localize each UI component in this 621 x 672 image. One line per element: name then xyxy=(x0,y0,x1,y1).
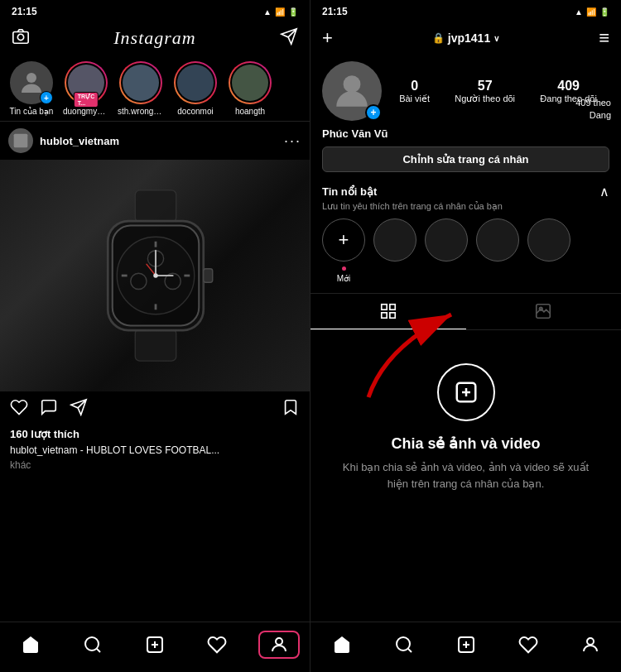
empty-subtitle: Khi bạn chia sẻ ảnh và video, ảnh và vid… xyxy=(335,459,596,492)
svg-rect-20 xyxy=(203,269,212,283)
profile-username: jvp1411 xyxy=(448,31,490,45)
profile-avatar-add[interactable]: + xyxy=(365,104,382,121)
profile-display-name: Phúc Văn Vũ xyxy=(310,127,621,146)
tab-tagged[interactable] xyxy=(466,294,622,329)
like-icon[interactable] xyxy=(10,398,28,421)
right-panel: 21:15 ▲ 📶 🔋 + 🔒 jvp1411 ∨ ≡ + 0 Bài viết xyxy=(310,0,621,672)
highlights-collapse-icon[interactable]: ∧ xyxy=(599,184,609,199)
left-status-icons: ▲ 📶 🔋 xyxy=(263,7,298,17)
right-nav-search[interactable] xyxy=(383,631,425,659)
svg-point-27 xyxy=(344,75,361,93)
post-actions xyxy=(0,391,310,428)
svg-rect-31 xyxy=(390,313,395,318)
left-bottom-nav xyxy=(0,622,310,672)
nav-add[interactable] xyxy=(134,631,176,659)
post-actions-left xyxy=(10,398,88,421)
post-username: hublot_vietnam xyxy=(40,135,119,147)
story-item-2[interactable]: TRỰC T... duongmydien xyxy=(63,61,109,116)
right-signal-icon: ▲ xyxy=(575,7,583,17)
camera-icon[interactable] xyxy=(12,27,30,50)
nav-heart[interactable] xyxy=(196,631,238,659)
right-add-icon[interactable]: + xyxy=(322,27,333,49)
svg-line-39 xyxy=(407,649,411,652)
stat-following-label: Đang theo dõi xyxy=(540,94,597,103)
post-avatar xyxy=(8,128,33,153)
highlights-row: + Mới xyxy=(322,218,609,290)
battery-icon: 🔋 xyxy=(288,7,298,17)
right-nav-add[interactable] xyxy=(445,631,487,659)
edit-profile-button[interactable]: Chỉnh sửa trang cá nhân xyxy=(322,146,609,172)
stories-row: + Tin của bạn TRỰC T... duongmydien xyxy=(0,56,310,121)
highlight-add-circle: + xyxy=(322,218,365,262)
right-wifi-icon: 📶 xyxy=(586,7,596,17)
story-item-5[interactable]: hoangth xyxy=(227,61,273,116)
svg-rect-3 xyxy=(14,134,28,148)
nav-profile[interactable] xyxy=(258,631,300,659)
svg-rect-4 xyxy=(135,190,176,223)
profile-stats: + 0 Bài viết 57 Người theo dõi 409 Đang … xyxy=(310,56,621,127)
send-icon[interactable] xyxy=(280,27,298,50)
highlight-circle-4 xyxy=(527,218,570,262)
story-label-3: sth.wrong.h... xyxy=(118,107,164,116)
svg-point-2 xyxy=(26,73,36,83)
post-likes: 160 lượt thích xyxy=(0,428,310,444)
tab-grid[interactable] xyxy=(310,294,466,329)
right-nav-profile[interactable] xyxy=(570,631,611,659)
stat-followers-label: Người theo dõi xyxy=(455,94,515,104)
highlight-2[interactable] xyxy=(425,218,468,283)
stat-posts: 0 Bài viết xyxy=(399,79,430,104)
post-caption: hublot_vietnam - HUBLOT LOVES FOOTBAL... xyxy=(0,444,310,459)
left-panel: 21:15 ▲ 📶 🔋 Instagram + xyxy=(0,0,310,672)
svg-point-38 xyxy=(397,637,410,650)
bookmark-icon[interactable] xyxy=(282,398,300,421)
nav-home[interactable] xyxy=(10,631,51,659)
svg-rect-30 xyxy=(382,313,387,318)
right-nav-home[interactable] xyxy=(321,631,363,659)
story-item-4[interactable]: doconmoi xyxy=(172,61,219,116)
highlight-1[interactable] xyxy=(373,218,416,283)
left-status-bar: 21:15 ▲ 📶 🔋 xyxy=(0,0,310,20)
username-badge[interactable]: 🔒 jvp1411 ∨ xyxy=(432,31,499,45)
highlights-subtitle: Lưu tin yêu thích trên trang cá nhân của… xyxy=(322,201,609,212)
share-icon[interactable] xyxy=(70,398,88,421)
highlight-circle-3 xyxy=(476,218,519,262)
stat-posts-label: Bài viết xyxy=(399,94,430,104)
highlight-dot xyxy=(342,266,346,271)
svg-rect-28 xyxy=(382,305,387,310)
post-user-info[interactable]: hublot_vietnam xyxy=(8,128,119,153)
highlight-add[interactable]: + Mới xyxy=(322,218,365,283)
stat-posts-number: 0 xyxy=(411,79,418,94)
highlights-title: Tin nổi bật xyxy=(322,185,377,198)
story-item-3[interactable]: sth.wrong.h... xyxy=(118,61,164,116)
svg-point-26 xyxy=(276,638,282,645)
nav-search[interactable] xyxy=(72,631,113,659)
highlight-4[interactable] xyxy=(527,218,570,283)
right-bottom-nav xyxy=(310,622,621,672)
highlight-new-label: Mới xyxy=(337,274,351,283)
menu-icon[interactable]: ≡ xyxy=(599,27,609,49)
story-label-5: hoangth xyxy=(227,107,273,116)
live-badge: TRỰC T... xyxy=(74,92,99,108)
post-more-text[interactable]: khác xyxy=(0,459,310,474)
story-item-own[interactable]: + Tin của bạn xyxy=(8,61,55,116)
chevron-down-icon: ∨ xyxy=(493,34,499,43)
right-status-time: 21:15 xyxy=(322,6,348,17)
add-story-badge: + xyxy=(40,91,53,104)
profile-avatar-container: + xyxy=(322,61,382,121)
right-status-icons: ▲ 📶 🔋 xyxy=(575,7,609,17)
highlight-3[interactable] xyxy=(476,218,519,283)
stat-followers: 57 Người theo dõi xyxy=(455,79,515,104)
left-status-time: 21:15 xyxy=(12,6,37,17)
post-image xyxy=(0,160,310,391)
right-nav-heart[interactable] xyxy=(508,631,549,659)
svg-point-43 xyxy=(587,638,594,645)
stat-followers-number: 57 xyxy=(478,79,493,94)
instagram-logo: Instagram xyxy=(113,27,195,49)
post-more-icon[interactable]: ··· xyxy=(284,132,301,150)
lock-icon: 🔒 xyxy=(432,32,445,44)
story-label-own: Tin của bạn xyxy=(8,107,55,116)
profile-tabs xyxy=(310,294,621,330)
stats-numbers: 0 Bài viết 57 Người theo dõi 409 Đang th… xyxy=(387,79,609,104)
left-top-nav: Instagram xyxy=(0,20,310,56)
comment-icon[interactable] xyxy=(40,398,58,421)
